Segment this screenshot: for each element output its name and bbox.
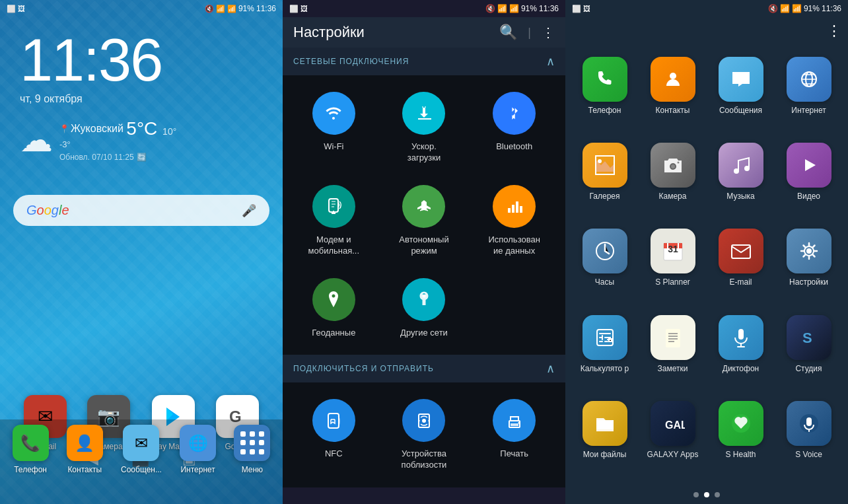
ss-battery: 91% [521, 4, 537, 13]
settings-content: СЕТЕВЫЕ ПОДКЛЮЧЕНИЯ ∧ Wi-Fi Ускор. загру… [283, 48, 565, 504]
settings-wifi[interactable]: Wi-Fi [289, 82, 378, 174]
wifi-circle [312, 92, 355, 135]
wifi-icon: 📶 [216, 5, 225, 13]
internet-app-icon [787, 57, 831, 102]
bottom-messages[interactable]: ✉ Сообщен... [121, 425, 162, 474]
svg-rect-8 [520, 206, 522, 213]
weather-low: -3° [59, 139, 176, 149]
apps-header: ⋮ [565, 17, 848, 45]
splanner-app-label: S Planner [655, 277, 690, 287]
phone-icon: 📞 [13, 425, 49, 461]
shealth-app-icon [719, 401, 763, 446]
svg-point-24 [744, 166, 750, 171]
app-studio[interactable]: S Студия [776, 310, 841, 393]
app-music[interactable]: Музыка [708, 137, 773, 221]
svg-rect-41 [738, 329, 744, 340]
app-gallery[interactable]: Галерея [572, 137, 637, 221]
section-collapse-icon[interactable]: ∧ [546, 54, 555, 69]
refresh-icon: 🔄 [137, 153, 147, 162]
app-splanner[interactable]: 31 S Planner [640, 223, 705, 306]
geodata-circle [312, 278, 355, 321]
app-email[interactable]: E-mail [708, 223, 773, 306]
app-clock[interactable]: Часы [572, 223, 637, 306]
app-dictaphone[interactable]: Диктофон [708, 310, 773, 393]
svg-point-19 [598, 159, 602, 163]
lock-main-content: 11:36 чт, 9 октября ☁ Жуковский 5°C 10° … [0, 17, 283, 175]
app-notes[interactable]: Заметки [640, 310, 705, 393]
settings-nearby[interactable]: Устройства поблизости [380, 389, 469, 481]
svg-point-22 [677, 162, 679, 164]
notes-app-icon [651, 315, 695, 360]
bottom-contacts[interactable]: 👤 Контакты [67, 425, 103, 474]
settings-header-actions: 🔍 | ⋮ [499, 24, 555, 41]
mute-icon: 🔇 [205, 5, 214, 13]
svg-point-9 [422, 295, 425, 298]
nfc-circle [312, 399, 355, 442]
bottom-internet[interactable]: 🌐 Интернет [180, 425, 216, 474]
settings-download-boost[interactable]: Ускор. загрузки [380, 82, 469, 174]
settings-nfc[interactable]: NFC [289, 389, 378, 481]
apps-more-icon[interactable]: ⋮ [827, 22, 841, 40]
dictaphone-app-label: Диктофон [723, 364, 759, 373]
svoice-app-icon [787, 401, 831, 446]
myfiles-app-icon [583, 401, 627, 446]
as-mute: 🔇 [768, 4, 778, 13]
svg-rect-4 [329, 199, 338, 212]
signal-icon: 📶 [227, 5, 236, 13]
bottom-phone[interactable]: 📞 Телефон [13, 425, 49, 474]
music-app-label: Музыка [726, 192, 754, 201]
settings-panel: ⬜ 🖼 🔇 📶 📶 91% 11:36 Настройки 🔍 | ⋮ СЕТЕ… [283, 0, 565, 504]
settings-geodata[interactable]: Геоданные [289, 268, 378, 349]
myfiles-app-label: Мои файлы [583, 450, 627, 459]
status-right: 🔇 📶 📶 91% 11:36 [205, 4, 276, 13]
gallery-app-label: Галерея [589, 192, 619, 201]
galaxyapps-app-icon: GALAXY [651, 401, 695, 446]
print-circle [493, 399, 536, 442]
search-bar[interactable]: Google 🎤 [13, 195, 269, 226]
phone-app-label: Телефон [588, 106, 621, 115]
airplane-circle [402, 185, 445, 228]
app-video[interactable]: Видео [776, 137, 841, 221]
svg-marker-25 [805, 159, 816, 171]
app-internet[interactable]: Интернет [776, 52, 841, 135]
shealth-app-label: S Health [725, 450, 756, 459]
settings-bluetooth[interactable]: Bluetooth [470, 82, 559, 174]
svg-point-23 [734, 168, 739, 174]
google-logo: Google [26, 203, 69, 218]
settings-status-right: 🔇 📶 📶 91% 11:36 [485, 4, 559, 13]
more-options-icon[interactable]: ⋮ [542, 24, 555, 40]
settings-print[interactable]: Печать [470, 389, 559, 481]
app-messages[interactable]: Сообщения [708, 52, 773, 135]
messages-app-icon [719, 57, 763, 102]
app-camera[interactable]: Камера [640, 137, 705, 221]
page-dot-2[interactable] [704, 492, 709, 497]
section2-collapse-icon[interactable]: ∧ [546, 361, 555, 376]
svg-rect-46 [806, 417, 812, 426]
page-dot-1[interactable] [693, 492, 699, 497]
lock-screen: ⬜ 🖼 🔇 📶 📶 91% 11:36 11:36 чт, 9 октября … [0, 0, 283, 504]
app-phone[interactable]: Телефон [572, 52, 637, 135]
app-shealth[interactable]: S Health [708, 396, 773, 479]
app-svoice[interactable]: S Voice [776, 396, 841, 479]
settings-airplane[interactable]: Автономный режим [380, 175, 469, 267]
app-galaxyapps[interactable]: GALAXY GALAXY Apps [640, 396, 705, 479]
voice-search-icon[interactable]: 🎤 [242, 203, 256, 218]
app-calc[interactable]: Калькулято р [572, 310, 637, 393]
settings-other-networks[interactable]: Другие сети [380, 268, 469, 349]
settings-data-usage[interactable]: Использован ие данных [470, 175, 559, 267]
app-settings[interactable]: Настройки [776, 223, 841, 306]
network-settings-grid: Wi-Fi Ускор. загрузки Bluetooth [283, 75, 565, 355]
app-myfiles[interactable]: Мои файлы [572, 396, 637, 479]
apps-pagination [565, 486, 848, 504]
search-icon[interactable]: 🔍 [499, 24, 517, 41]
settings-tethering[interactable]: Модем и мобильная... [289, 175, 378, 267]
tethering-label: Модем и мобильная... [308, 234, 360, 257]
bottom-menu[interactable]: Меню [234, 425, 270, 474]
page-dot-3[interactable] [715, 492, 720, 497]
settings-title: Настройки [293, 24, 365, 41]
svg-point-21 [671, 164, 675, 168]
studio-app-icon: S [787, 315, 831, 360]
section-network-title: СЕТЕВЫЕ ПОДКЛЮЧЕНИЯ [293, 57, 409, 66]
internet-icon: 🌐 [180, 425, 216, 461]
app-contacts[interactable]: Контакты [640, 52, 705, 135]
